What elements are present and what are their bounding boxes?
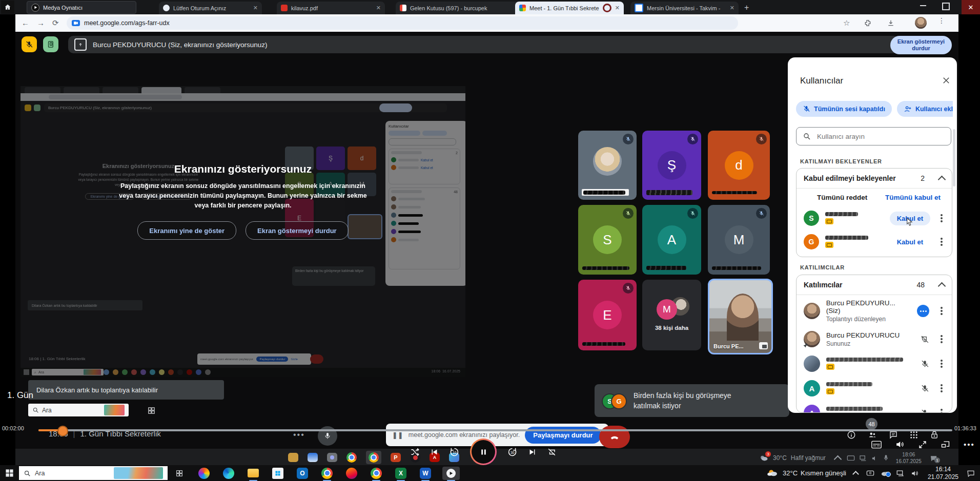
captions-icon[interactable] (871, 441, 882, 449)
ms-store-app-icon[interactable] (270, 467, 285, 480)
panel-scrollbar[interactable] (953, 129, 955, 186)
close-window-button[interactable]: ✕ (962, 0, 980, 14)
chrome-app-icon[interactable] (319, 467, 335, 480)
self-video-tile[interactable]: Burcu PE... (708, 279, 773, 354)
deny-all-button[interactable]: Tümünü reddet (817, 194, 867, 201)
reload-icon[interactable]: ⟳ (52, 18, 59, 28)
task-view-button[interactable] (172, 467, 187, 480)
profile-avatar[interactable] (915, 17, 927, 29)
participants-card-header[interactable]: Katılımcılar 48 (797, 275, 952, 295)
stop-presenting-overlay-button[interactable]: Ekran göstermeyi durdur (246, 221, 349, 240)
mini-player-icon[interactable] (941, 440, 950, 449)
waiting-row-menu-icon[interactable] (941, 241, 943, 243)
forward-icon[interactable]: → (37, 18, 45, 27)
task-view-icon[interactable] (147, 406, 156, 415)
participant-menu-icon[interactable] (941, 387, 943, 389)
participant-menu-icon[interactable] (941, 412, 943, 413)
player-more-icon[interactable]: ••• (964, 440, 975, 449)
shuffle-icon[interactable] (410, 447, 420, 457)
more-options-icon[interactable]: ••• (293, 430, 305, 440)
info-icon[interactable] (847, 430, 856, 440)
inner-search-box[interactable]: Ara (28, 404, 129, 416)
minimize-button[interactable] (920, 5, 926, 6)
participant-menu-icon[interactable] (941, 338, 943, 340)
orange-app-icon[interactable] (344, 467, 359, 480)
tab-meet-active[interactable]: Meet - 1. Gün Tıbbi Sekrete ✕ (515, 2, 624, 14)
activities-grid-icon[interactable] (909, 430, 918, 440)
previous-track-icon[interactable] (430, 448, 439, 456)
collapse-chevron-icon[interactable] (938, 282, 946, 290)
tab-close-icon[interactable]: ✕ (376, 5, 381, 11)
search-user-box[interactable] (796, 127, 951, 145)
network-tray-icon[interactable] (896, 470, 905, 477)
tray-expand-icon[interactable] (852, 471, 859, 477)
pause-sharing-icon[interactable]: ❚❚ (392, 431, 403, 439)
tab-calendar[interactable]: Mersin Üniversitesi - Takvim - ✕ (630, 2, 739, 14)
more-participants-tile[interactable]: M 38 kişi daha (642, 280, 701, 350)
edge-app-icon[interactable] (221, 467, 236, 480)
video-tile[interactable]: M (708, 205, 770, 275)
browser-menu-icon[interactable]: ⋮ (938, 16, 945, 25)
participant-menu-icon[interactable] (941, 310, 943, 312)
home-icon[interactable] (1, 1, 14, 14)
cast-tray-icon[interactable] (866, 470, 874, 477)
video-tile[interactable]: Ş (642, 131, 701, 200)
host-controls-lock-icon[interactable] (930, 430, 939, 440)
video-tile[interactable]: E (578, 280, 637, 350)
tab-close-icon[interactable]: ✕ (615, 5, 620, 11)
player-progress-knob[interactable] (57, 426, 68, 436)
onedrive-tray-icon[interactable] (881, 470, 890, 476)
tab-close-icon[interactable]: ✕ (253, 5, 258, 11)
video-tile[interactable]: S (578, 205, 637, 275)
forward-30-icon[interactable]: 30 (507, 447, 518, 457)
search-user-input[interactable] (816, 132, 936, 141)
chat-icon[interactable] (889, 430, 898, 440)
tab-share-indicator-icon[interactable] (43, 36, 58, 52)
tab-close-icon[interactable]: ✕ (730, 5, 734, 11)
waiting-row-menu-icon[interactable] (941, 217, 943, 219)
taskbar-clock[interactable]: 16:1421.07.2025 (928, 466, 958, 481)
taskbar-search-box[interactable]: Ara (19, 466, 168, 480)
copilot-app-icon[interactable] (196, 467, 212, 480)
repeat-off-icon[interactable] (547, 447, 557, 457)
pause-button[interactable] (470, 438, 497, 465)
tab-login[interactable]: Lütfen Oturum Açınız ✕ (159, 2, 262, 14)
extensions-icon[interactable] (864, 19, 872, 27)
fullscreen-icon[interactable] (918, 440, 927, 449)
back-icon[interactable]: ← (22, 18, 29, 27)
restore-button[interactable] (942, 3, 950, 10)
accept-button[interactable]: Kabul et (890, 235, 930, 249)
notification-center-icon[interactable] (967, 470, 975, 477)
media-player-app-icon-active[interactable] (442, 467, 460, 480)
next-track-icon[interactable] (528, 448, 537, 456)
close-panel-icon[interactable] (942, 76, 951, 85)
collapse-chevron-icon[interactable] (938, 175, 946, 183)
outlook-app-icon[interactable]: O (295, 467, 310, 480)
weather-icon[interactable] (766, 469, 779, 477)
excel-app-icon[interactable]: X (393, 467, 409, 480)
new-tab-button[interactable]: + (744, 3, 749, 12)
muted-mic-indicator-icon[interactable] (22, 36, 37, 52)
waiting-card-header[interactable]: Kabul edilmeyi bekleyenler 2 (797, 169, 952, 189)
weather-temp[interactable]: 32°C (783, 469, 798, 477)
video-tile[interactable]: d (708, 131, 770, 200)
bookmark-star-icon[interactable]: ☆ (843, 18, 850, 28)
start-button[interactable] (5, 469, 14, 477)
file-explorer-app-icon[interactable] (246, 467, 261, 480)
tab-pdf[interactable]: kilavuz.pdf ✕ (277, 2, 385, 14)
word-app-icon[interactable]: W (418, 467, 433, 480)
accept-all-button[interactable]: Tümünü kabul et (885, 194, 941, 201)
tab-gmail[interactable]: Gelen Kutusu (597) - burcupek (396, 2, 521, 14)
show-anyway-button[interactable]: Ekranımı yine de göster (137, 221, 236, 240)
video-tile[interactable] (578, 131, 637, 200)
video-tile[interactable]: A (642, 205, 701, 275)
player-progress-track[interactable] (38, 429, 952, 431)
add-user-button[interactable]: Kullanıcı ekle (897, 101, 953, 117)
rewind-10-icon[interactable]: 10 (449, 447, 460, 457)
chrome-meet-app-icon[interactable] (369, 467, 384, 480)
volume-tray-icon[interactable] (911, 470, 920, 477)
volume-icon[interactable] (895, 440, 905, 449)
mute-all-button[interactable]: Tümünün sesi kapatıldı (796, 101, 892, 117)
weather-desc[interactable]: Kısmen güneşli (801, 469, 846, 477)
download-icon[interactable] (887, 19, 895, 27)
